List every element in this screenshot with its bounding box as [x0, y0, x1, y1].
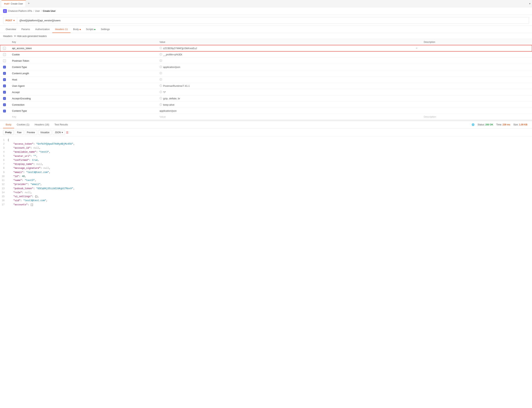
row-checkbox[interactable]	[3, 110, 6, 112]
response-tab-test-results[interactable]: Test Results	[52, 121, 71, 128]
json-format-select[interactable]: JSON ▾	[53, 130, 65, 135]
format-raw-button[interactable]: Raw	[15, 130, 24, 135]
line-content: "provider": "email",	[8, 182, 42, 187]
info-icon[interactable]: ⓘ	[160, 84, 162, 87]
json-line: 14 "role": null,	[0, 191, 532, 195]
info-icon[interactable]: ⓘ	[160, 53, 162, 56]
globe-icon[interactable]: 🌐	[472, 123, 474, 126]
response-tab-body[interactable]: Body	[3, 121, 14, 128]
edit-icon[interactable]: ✏	[416, 47, 418, 50]
headers-table: Key Value Description api_access_token ⓘ…	[0, 39, 532, 120]
line-number: 15	[0, 195, 8, 199]
status-label: Status: 200 OK	[478, 123, 493, 126]
header-key: Host	[12, 78, 17, 81]
line-number: 8	[0, 166, 8, 170]
table-row: api_access_token ⓘ zZCBD9y2YWkFjjUSkKres…	[0, 45, 532, 51]
breadcrumb-section[interactable]: User	[35, 10, 40, 12]
line-content: "avatar_url": "",	[8, 154, 38, 158]
app-icon: C	[3, 9, 7, 13]
line-number: 6	[0, 158, 8, 162]
tab-overview[interactable]: Overview	[3, 26, 19, 33]
tab-body[interactable]: Body	[70, 26, 83, 33]
json-label: JSON	[55, 131, 61, 134]
url-input[interactable]	[17, 17, 529, 24]
json-line: 16 "uid": "test3@test.com",	[0, 199, 532, 203]
table-row: Content-Type application/json	[0, 108, 532, 114]
info-icon[interactable]: ⓘ	[160, 78, 162, 81]
info-icon[interactable]: ⓘ	[160, 46, 162, 50]
info-icon[interactable]: ⓘ	[160, 72, 162, 75]
json-chevron-icon: ▾	[62, 131, 63, 134]
info-icon[interactable]: ⓘ	[160, 97, 162, 100]
info-icon[interactable]: ⓘ	[160, 90, 162, 94]
headers-toolbar: Headers 👁 Hide auto-generated headers	[0, 33, 532, 39]
format-visualize-button[interactable]: Visualize	[38, 130, 52, 135]
line-number: 16	[0, 199, 8, 203]
tab-authorization[interactable]: Authorization	[33, 26, 52, 33]
row-checkbox[interactable]	[3, 53, 6, 56]
json-line: 15 "ui_settings": {},	[0, 195, 532, 199]
line-number: 9	[0, 170, 8, 175]
tab-settings[interactable]: Settings	[98, 26, 112, 33]
col-description: Description	[421, 39, 526, 45]
method-label: POST	[6, 19, 12, 22]
method-select[interactable]: POST ▾	[3, 17, 17, 24]
eye-icon: 👁	[14, 35, 16, 37]
header-key: api_access_token	[12, 47, 32, 50]
tab-headers[interactable]: Headers 11	[52, 26, 70, 33]
tab-create-user[interactable]: PoST Create User	[1, 0, 26, 7]
tab-scripts[interactable]: Scripts	[83, 26, 98, 33]
tab-params[interactable]: Params	[19, 26, 33, 33]
size-label: Size: 1.09 KB	[513, 123, 527, 126]
method-chevron-icon: ▾	[13, 19, 15, 22]
line-number: 1	[0, 138, 8, 142]
row-checkbox[interactable]	[3, 66, 6, 68]
row-checkbox[interactable]	[3, 78, 6, 81]
hide-auto-headers-button[interactable]: 👁 Hide auto-generated headers	[14, 35, 47, 37]
table-row: Content-Type ⓘ application/json	[0, 64, 532, 70]
line-content: "available_name": "test3",	[8, 150, 51, 154]
row-checkbox[interactable]	[3, 59, 6, 62]
breadcrumb-app[interactable]: Chatwoot Platform APIs	[8, 10, 32, 12]
table-row: Host ⓘ	[0, 76, 532, 83]
line-content: "uid": "test3@test.com",	[8, 199, 48, 203]
size-value: 1.09 KB	[519, 123, 527, 126]
col-checkbox	[0, 39, 9, 45]
headers-table-container: Key Value Description api_access_token ⓘ…	[0, 39, 532, 120]
table-row: Postman-Token ⓘ	[0, 58, 532, 64]
line-number: 5	[0, 154, 8, 158]
response-tab-cookies[interactable]: Cookies (1)	[14, 121, 32, 128]
info-icon[interactable]: ⓘ	[160, 59, 162, 62]
json-line: 12 "provider": "email",	[0, 182, 532, 187]
info-icon[interactable]: ⓘ	[160, 65, 162, 69]
response-toolbar: Pretty Raw Preview Visualize JSON ▾ ☰	[0, 128, 532, 137]
breadcrumb-sep2: /	[41, 10, 42, 12]
line-number: 17	[0, 203, 8, 207]
row-checkbox[interactable]	[3, 47, 6, 50]
header-key: Connection	[12, 103, 25, 106]
col-value: Value	[157, 39, 421, 45]
response-tab-headers[interactable]: Headers (16)	[32, 121, 52, 128]
line-number: 4	[0, 150, 8, 154]
row-checkbox[interactable]	[3, 97, 6, 100]
row-checkbox[interactable]	[3, 91, 6, 94]
json-viewer: 1{2 "access_token": "Gnfb3YQ4pwSTHdHyABj…	[0, 137, 532, 208]
json-line: 3 "account_id": null,	[0, 146, 532, 150]
tab-method: PoST	[4, 3, 9, 5]
line-content: "name": "test3",	[8, 178, 36, 182]
row-checkbox[interactable]	[3, 85, 6, 87]
info-icon[interactable]: ⓘ	[160, 103, 162, 106]
line-content: "ui_settings": {},	[8, 195, 39, 199]
tab-chevron-icon[interactable]: ▾	[529, 2, 531, 5]
format-pretty-button[interactable]: Pretty	[3, 130, 14, 135]
header-key: User-Agent	[12, 85, 25, 87]
add-tab-button[interactable]: +	[26, 1, 32, 6]
filter-icon[interactable]: ☰	[66, 131, 69, 134]
format-preview-button[interactable]: Preview	[25, 130, 37, 135]
row-checkbox[interactable]	[3, 72, 6, 75]
table-row: Accept ⓘ */*	[0, 89, 532, 95]
tab-bar: PoST Create User + ▾	[0, 0, 532, 7]
json-line: 10 "id": 40,	[0, 175, 532, 178]
row-checkbox[interactable]	[3, 103, 6, 106]
status-value: 200 OK	[485, 123, 493, 126]
